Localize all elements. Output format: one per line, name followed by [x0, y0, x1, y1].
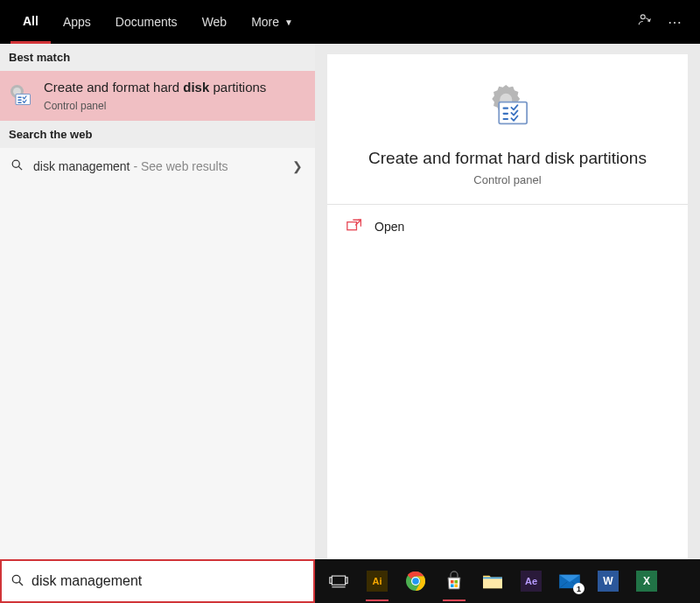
web-result[interactable]: disk management - See web results ❯	[0, 148, 315, 185]
web-result-query: disk management	[33, 159, 130, 173]
tab-documents-label: Documents	[116, 15, 178, 29]
best-match-title: Create and format hard disk partitions	[44, 80, 266, 96]
chevron-right-icon: ❯	[292, 159, 303, 173]
tab-web[interactable]: Web	[190, 0, 240, 44]
svg-rect-20	[451, 585, 454, 588]
taskbar-excel-icon[interactable]: X	[630, 566, 663, 596]
svg-rect-21	[455, 585, 458, 588]
web-result-hint: - See web results	[130, 159, 228, 173]
preview-title: Create and format hard disk partitions	[368, 149, 647, 168]
svg-point-9	[12, 575, 20, 583]
svg-point-17	[412, 578, 419, 585]
tab-more[interactable]: More ▼	[239, 0, 305, 44]
preview-pane-wrapper: Create and format hard disk partitions C…	[315, 44, 700, 559]
tab-all-label: All	[23, 14, 38, 28]
tab-all[interactable]: All	[10, 0, 51, 44]
chevron-down-icon: ▼	[284, 18, 293, 27]
search-icon	[10, 573, 24, 590]
search-scope-tabbar: All Apps Documents Web More ▼ ⋯	[0, 0, 700, 44]
taskview-icon[interactable]	[322, 566, 355, 596]
search-web-header: Search the web	[0, 121, 315, 148]
tab-documents[interactable]: Documents	[103, 0, 190, 44]
svg-rect-11	[332, 576, 345, 585]
svg-point-4	[12, 160, 19, 167]
preview-pane: Create and format hard disk partitions C…	[327, 54, 688, 559]
svg-point-0	[640, 15, 645, 19]
bm-title-bold: disk	[183, 80, 209, 95]
best-match-subtitle: Control panel	[44, 100, 266, 112]
open-label: Open	[374, 220, 404, 234]
svg-rect-22	[483, 577, 502, 578]
search-box[interactable]	[0, 559, 315, 603]
bm-title-post: partitions	[209, 80, 266, 95]
open-icon	[346, 219, 362, 234]
svg-line-10	[19, 582, 23, 585]
taskbar-illustrator-icon[interactable]: Ai	[360, 566, 394, 596]
best-match-result[interactable]: Create and format hard disk partitions C…	[0, 71, 315, 121]
taskbar-word-icon[interactable]: W	[592, 566, 625, 596]
web-result-label: disk management - See web results	[33, 159, 284, 173]
preview-hero: Create and format hard disk partitions C…	[327, 54, 688, 205]
tab-apps-label: Apps	[63, 15, 91, 29]
search-input[interactable]	[32, 573, 304, 589]
svg-rect-13	[346, 578, 348, 584]
preview-subtitle: Control panel	[473, 173, 541, 186]
tab-apps[interactable]: Apps	[51, 0, 103, 44]
search-icon	[9, 158, 24, 174]
svg-rect-12	[330, 578, 332, 584]
control-panel-icon	[5, 80, 37, 111]
tab-web-label: Web	[202, 15, 228, 29]
taskbar-chrome-icon[interactable]	[399, 566, 432, 596]
bottom-bar: Ai	[0, 559, 700, 603]
results-pane: Best match Create and format hard disk p…	[0, 44, 315, 559]
svg-rect-8	[347, 222, 357, 230]
svg-line-5	[18, 166, 22, 170]
taskbar-mail-icon[interactable]: 1	[553, 566, 586, 596]
svg-rect-19	[455, 580, 458, 584]
tab-more-label: More	[251, 15, 279, 29]
open-action[interactable]: Open	[327, 205, 688, 248]
taskbar-store-icon[interactable]	[438, 566, 471, 596]
bm-title-pre: Create and format hard	[44, 80, 183, 95]
taskbar-aftereffects-icon[interactable]: Ae	[514, 566, 548, 596]
mail-badge: 1	[573, 583, 584, 594]
preview-app-icon	[480, 79, 535, 137]
taskbar-explorer-icon[interactable]	[476, 566, 509, 596]
best-match-header: Best match	[0, 44, 315, 71]
best-match-text: Create and format hard disk partitions C…	[44, 80, 266, 112]
main-content: Best match Create and format hard disk p…	[0, 44, 700, 559]
svg-rect-18	[451, 580, 454, 584]
more-options-icon[interactable]: ⋯	[660, 14, 690, 31]
feedback-icon[interactable]	[630, 12, 660, 32]
taskbar: Ai	[315, 559, 700, 603]
